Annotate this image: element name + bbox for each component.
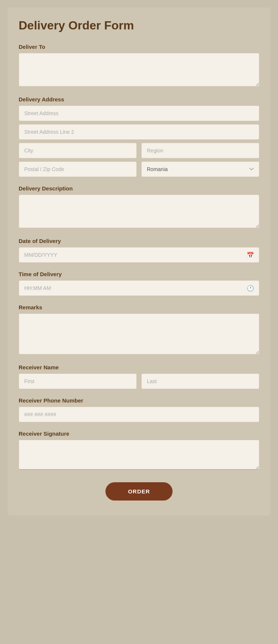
time-of-delivery-group: Time of Delivery 🕐 — [19, 271, 259, 296]
receiver-phone-group: Receiver Phone Number — [19, 397, 259, 422]
last-name-input[interactable] — [141, 373, 259, 389]
street-address-line2-row — [19, 124, 259, 140]
city-region-row — [19, 143, 259, 158]
city-input[interactable] — [19, 143, 137, 158]
country-select[interactable]: Romania United States Germany France Uni… — [141, 161, 259, 177]
delivery-address-label: Delivery Address — [19, 96, 259, 102]
remarks-label: Remarks — [19, 304, 259, 310]
receiver-signature-group: Receiver Signature — [19, 430, 259, 471]
receiver-name-group: Receiver Name — [19, 364, 259, 389]
street-address-line2-input[interactable] — [19, 124, 259, 140]
delivery-address-group: Delivery Address Romania United States G… — [19, 96, 259, 177]
first-name-input[interactable] — [19, 373, 137, 389]
time-of-delivery-label: Time of Delivery — [19, 271, 259, 277]
postal-input[interactable] — [19, 161, 137, 177]
time-input-wrapper: 🕐 — [19, 280, 259, 296]
remarks-group: Remarks — [19, 304, 259, 356]
remarks-textarea[interactable] — [19, 313, 259, 354]
order-button[interactable]: ORDER — [105, 482, 172, 501]
time-input[interactable] — [19, 280, 259, 296]
deliver-to-textarea[interactable] — [19, 53, 259, 86]
street-address-row — [19, 105, 259, 121]
delivery-description-label: Delivery Description — [19, 185, 259, 192]
date-input[interactable] — [19, 247, 259, 263]
receiver-phone-label: Receiver Phone Number — [19, 397, 259, 404]
receiver-signature-label: Receiver Signature — [19, 430, 259, 437]
phone-input[interactable] — [19, 407, 259, 422]
date-input-wrapper: 📅 — [19, 247, 259, 263]
receiver-name-label: Receiver Name — [19, 364, 259, 370]
delivery-description-group: Delivery Description — [19, 185, 259, 230]
signature-textarea[interactable] — [19, 440, 259, 470]
street-address-input[interactable] — [19, 105, 259, 121]
date-of-delivery-group: Date of Delivery 📅 — [19, 238, 259, 263]
region-input[interactable] — [141, 143, 259, 158]
delivery-description-textarea[interactable] — [19, 195, 259, 228]
deliver-to-group: Deliver To — [19, 44, 259, 88]
deliver-to-label: Deliver To — [19, 44, 259, 50]
postal-country-row: Romania United States Germany France Uni… — [19, 161, 259, 177]
date-of-delivery-label: Date of Delivery — [19, 238, 259, 244]
receiver-name-row — [19, 373, 259, 389]
page-title: Delivery Order Form — [19, 19, 259, 32]
form-container: Delivery Order Form Deliver To Delivery … — [7, 7, 271, 515]
